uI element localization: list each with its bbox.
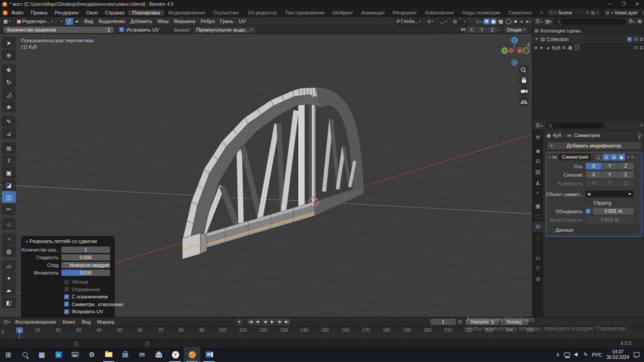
topbar-menu[interactable]: Справка	[102, 10, 128, 15]
mesh-data-icon[interactable]: ▽	[574, 45, 579, 50]
scene-collection-label[interactable]: Коллекция сцены	[540, 28, 580, 33]
bisect-y-button[interactable]: Y	[602, 171, 618, 178]
pin-scene-icon[interactable]: ⚲	[586, 10, 589, 15]
add-modifier-button[interactable]: + Добавить модификатор	[547, 142, 641, 150]
mirror-modifier-panel[interactable]: ▾ ⋈ Симметрия ◬⊡⊟◉ ▾ × ∷ Ось X	[546, 152, 642, 237]
language-indicator[interactable]: РУС	[592, 352, 602, 357]
transport-button[interactable]: ◀	[262, 318, 269, 325]
pin-icon[interactable]	[638, 133, 641, 137]
workspace-tab[interactable]: Скульптинг	[209, 10, 244, 15]
render-visibility-icon[interactable]: ◘	[640, 37, 643, 41]
tool-button[interactable]: ◿	[2, 88, 16, 100]
viewport-menu[interactable]: Выделение	[96, 18, 128, 24]
viewport-menu[interactable]: Добавить	[128, 18, 155, 24]
object-label[interactable]: Куб	[552, 45, 560, 50]
mirror-object-field[interactable]: ▣ ✒	[586, 191, 634, 197]
scene-name[interactable]: Scene	[558, 10, 584, 15]
operator-checkbox[interactable]: ✓	[64, 280, 69, 284]
tab-constraints[interactable]: ⊔	[533, 252, 543, 263]
camera-view-button[interactable]	[519, 86, 529, 96]
workspace-tab[interactable]: Рендеринг	[389, 10, 421, 15]
operator-row-value[interactable]: Инверсно-квадрат...	[61, 262, 110, 268]
bridge-mesh[interactable]	[182, 87, 364, 259]
tool-button[interactable]: ✦	[2, 272, 16, 284]
collection-checkbox[interactable]: ✓	[627, 37, 632, 41]
outliner-filter-mode-icon[interactable]: ▤▾	[544, 18, 553, 24]
drag-handle-icon[interactable]: ∷	[635, 155, 638, 160]
bisect-z-button[interactable]: Z	[618, 171, 634, 178]
transport-button[interactable]: |◀	[247, 318, 254, 325]
modifier-close-icon[interactable]: ×	[631, 155, 634, 160]
tool-button[interactable]: ◫	[2, 191, 16, 203]
modifier-toggle[interactable]: ⊡	[602, 154, 610, 160]
operator-row-value[interactable]: 1	[61, 247, 110, 253]
tab-object[interactable]: ⬚	[533, 211, 543, 221]
modifier-name-field[interactable]: Симметрия	[559, 154, 591, 160]
tab-particles[interactable]: ∴	[533, 232, 543, 242]
frame-start-field[interactable]: Начало: 1	[466, 319, 499, 325]
workspace-tab[interactable]: +	[536, 10, 547, 15]
taskbar-app[interactable]	[100, 347, 117, 362]
taskbar-app[interactable]: ✉	[134, 347, 150, 362]
outliner-row-scene-collection[interactable]: ▤ Коллекция сцены	[533, 26, 644, 35]
edge-select-button[interactable]: ╱	[65, 18, 73, 25]
outliner-row-cube[interactable]: ▣ ▶ ▲ Куб ⚙ ▦ ▽ ⊙ ◘	[533, 43, 644, 52]
operator-checkbox[interactable]: ✓	[64, 309, 69, 314]
perspective-toggle-button[interactable]	[519, 96, 529, 106]
taskbar-app[interactable]: ▦	[33, 347, 50, 362]
operator-checkbox[interactable]: ✓	[64, 302, 69, 307]
overlays-toggle-icon[interactable]: ◉	[491, 18, 497, 24]
axis-x-button[interactable]: X	[586, 163, 602, 170]
timeline-menu[interactable]: Вид	[79, 319, 94, 325]
tab-render[interactable]: ◙	[533, 146, 543, 156]
mirror-x-button[interactable]: X	[467, 27, 477, 33]
viewport-3d[interactable]: Пользовательская перспектива (1) Куб ➤⊕✥…	[0, 34, 532, 317]
pen-icon[interactable]: ✎	[584, 352, 588, 357]
properties-editor-icon[interactable]: ☰▾	[535, 123, 543, 128]
viewport-menu[interactable]: Вершина	[171, 18, 198, 24]
new-collection-icon[interactable]: ⊞	[637, 18, 643, 24]
topbar-menu[interactable]: Файл	[8, 10, 27, 15]
shading-rendered-icon[interactable]: ◕▾	[524, 18, 532, 24]
pan-hand-button[interactable]	[519, 76, 529, 86]
tool-button[interactable]: ⊕	[2, 49, 16, 61]
axis-z-button[interactable]: Z	[618, 163, 634, 170]
outliner-filter-icon[interactable]: ∇▾	[628, 18, 635, 24]
tab-tool[interactable]: ⚒	[533, 132, 543, 142]
tool-button[interactable]: ✂	[2, 203, 16, 215]
flip-y-button[interactable]: Y	[602, 180, 618, 187]
editor-type-button[interactable]: ▦▾	[1, 18, 12, 25]
modifier-toggle[interactable]: ◉	[618, 154, 625, 160]
taskbar-app[interactable]: ▲	[50, 347, 67, 362]
new-viewlayer-icon[interactable]: ▥	[643, 10, 644, 15]
workspace-tab[interactable]: Шейдинг	[329, 10, 357, 15]
pivot-dropdown[interactable]: ⊙▾	[426, 18, 436, 25]
speaker-icon[interactable]	[575, 353, 579, 357]
frame-end-field[interactable]: Конец: 250	[500, 319, 528, 325]
viewport-menu[interactable]: Грань	[218, 18, 236, 24]
tray-expand-icon[interactable]: ∧	[556, 352, 560, 357]
operator-checkbox[interactable]: ✓	[64, 287, 69, 292]
new-scene-icon[interactable]: ▥	[591, 10, 595, 15]
tool-button[interactable]: ⌂	[2, 218, 16, 230]
tool-button[interactable]: ➤	[2, 37, 16, 49]
transport-button[interactable]: ·▶	[276, 318, 283, 325]
timeline-menu[interactable]: Воспроизведение	[12, 319, 60, 325]
operator-checkbox[interactable]: ✓	[64, 294, 69, 299]
tab-physics[interactable]: ◌	[533, 242, 543, 252]
transport-button[interactable]: ▶|	[283, 318, 290, 325]
object-type-visibility-icon[interactable]: ◇▾	[475, 18, 482, 24]
tool-button[interactable]: ✥	[2, 64, 16, 76]
viewlayer-name[interactable]: ViewLayer	[615, 10, 641, 15]
collapse-arrow-icon[interactable]: ▾	[549, 155, 551, 159]
expand-arrow-icon[interactable]: ▼	[534, 37, 539, 41]
timeline-menu[interactable]: Кеинг	[59, 319, 79, 325]
unlink-scene-icon[interactable]: ×	[597, 10, 599, 15]
tool-button[interactable]: ◔	[2, 233, 16, 245]
modifier-toggle[interactable]: ⊟	[610, 154, 617, 160]
shading-material-icon[interactable]: ◑	[519, 18, 524, 24]
hide-eye-icon[interactable]: ⊙	[634, 45, 638, 50]
workspace-tab[interactable]: Планировка	[128, 10, 164, 15]
tab-world[interactable]: ◐	[533, 187, 543, 197]
modifier-toggle[interactable]: ◬	[595, 154, 602, 160]
